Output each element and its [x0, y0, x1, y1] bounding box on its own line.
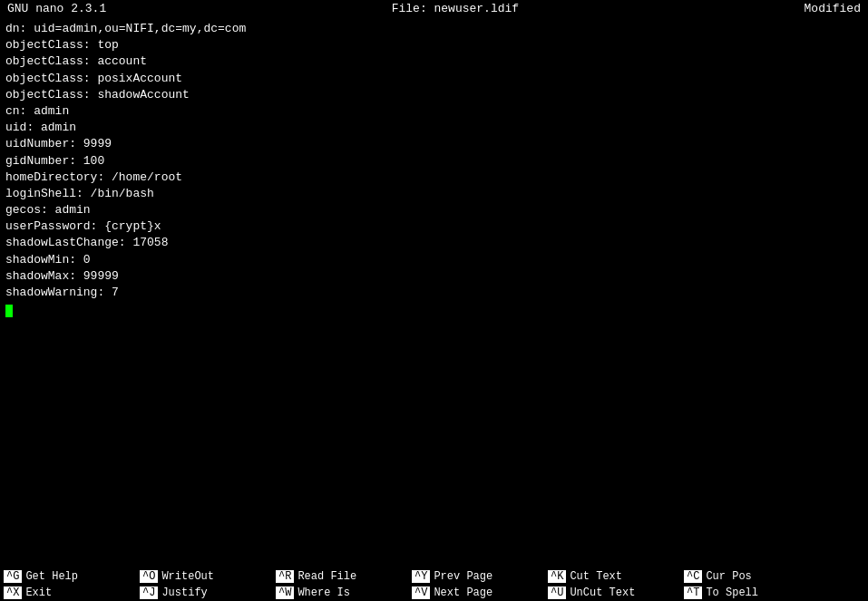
title-bar: GNU nano 2.3.1 File: newuser.ldif Modifi…	[0, 0, 868, 17]
shortcut-label: Exit	[25, 586, 52, 599]
shortcut-item[interactable]: ^RRead File	[272, 568, 408, 585]
shortcut-item[interactable]: ^UUnCut Text	[544, 585, 680, 601]
app-title: GNU nano 2.3.1	[7, 2, 106, 15]
shortcut-item[interactable]: ^JJustify	[136, 585, 272, 601]
shortcut-item[interactable]: ^VNext Page	[408, 585, 544, 601]
shortcut-label: To Spell	[706, 586, 758, 599]
shortcut-row-2: ^XExit^JJustify^WWhere Is^VNext Page^UUn…	[0, 585, 868, 601]
shortcut-label: WriteOut	[161, 570, 214, 583]
file-title: File: newuser.ldif	[392, 2, 519, 15]
text-cursor	[5, 305, 13, 317]
modified-status: Modified	[805, 2, 861, 15]
shortcut-item[interactable]: ^GGet Help	[0, 568, 136, 585]
editor-area[interactable]: dn: uid=admin,ou=NIFI,dc=my,dc=com objec…	[0, 17, 868, 568]
shortcut-key: ^J	[140, 586, 158, 599]
shortcut-label: Cur Pos	[706, 570, 751, 583]
shortcut-label: Next Page	[434, 586, 493, 599]
shortcut-item[interactable]: ^YPrev Page	[408, 568, 544, 585]
shortcut-label: Read File	[297, 570, 356, 583]
shortcut-label: UnCut Text	[570, 586, 635, 599]
shortcut-item[interactable]: ^XExit	[0, 585, 136, 601]
shortcut-key: ^T	[684, 586, 702, 599]
shortcut-key: ^X	[4, 586, 22, 599]
shortcut-label: Where Is	[297, 586, 350, 599]
shortcut-label: Prev Page	[434, 570, 493, 583]
shortcut-key: ^V	[412, 586, 430, 599]
shortcut-key: ^K	[548, 570, 566, 583]
shortcut-key: ^U	[548, 586, 566, 599]
shortcut-key: ^O	[140, 570, 158, 583]
shortcut-key: ^W	[276, 586, 294, 599]
shortcut-item[interactable]: ^OWriteOut	[136, 568, 272, 585]
shortcut-item[interactable]: ^KCut Text	[544, 568, 680, 585]
shortcut-key: ^Y	[412, 570, 430, 583]
shortcut-key: ^G	[4, 570, 22, 583]
shortcut-item[interactable]: ^CCur Pos	[680, 568, 816, 585]
shortcut-item[interactable]: ^WWhere Is	[272, 585, 408, 601]
shortcut-label: Get Help	[25, 570, 78, 583]
shortcut-key: ^R	[276, 570, 294, 583]
shortcut-item[interactable]: ^TTo Spell	[680, 585, 816, 601]
shortcut-key: ^C	[684, 570, 702, 583]
shortcut-label: Cut Text	[570, 570, 622, 583]
shortcut-label: Justify	[161, 586, 207, 599]
bottom-bar: ^GGet Help^OWriteOut^RRead File^YPrev Pa…	[0, 568, 868, 601]
shortcut-row-1: ^GGet Help^OWriteOut^RRead File^YPrev Pa…	[0, 568, 868, 585]
